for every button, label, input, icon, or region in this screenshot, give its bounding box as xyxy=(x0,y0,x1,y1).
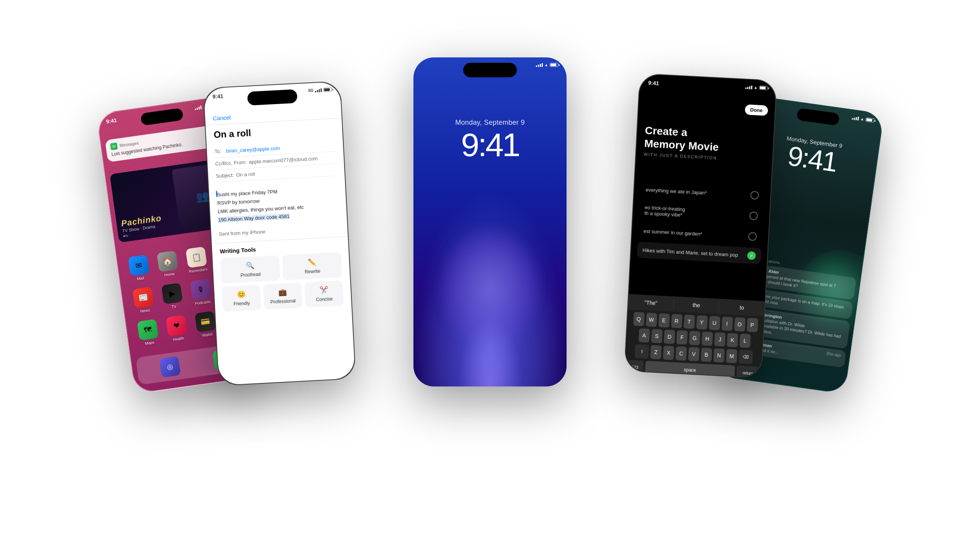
app-news[interactable]: 📰 News xyxy=(131,287,157,315)
podcasts-label: Podcasts xyxy=(194,299,211,306)
key-e[interactable]: E xyxy=(658,313,670,328)
status-time: 9:41 xyxy=(106,117,117,125)
health-icon: ❤ xyxy=(166,315,187,336)
proofread-label: Proofread xyxy=(240,272,261,278)
key-x[interactable]: X xyxy=(663,346,675,360)
tv-icon: ▶ xyxy=(161,283,183,304)
phone-4: 9:41 ▲ Done xyxy=(624,73,777,378)
app-mail[interactable]: ✉ Mail xyxy=(126,254,152,282)
key-t[interactable]: T xyxy=(683,315,695,329)
delete-key[interactable]: ⌫ xyxy=(738,350,753,364)
status-icons: ▲ xyxy=(745,85,768,90)
email-body-text: Sushi my place Friday 7PM RSVP by tomorr… xyxy=(217,184,339,225)
key-v[interactable]: V xyxy=(688,347,699,361)
email-from-value: apple.marcom077@icloud.com xyxy=(249,156,318,165)
app-home[interactable]: 🏠 Home xyxy=(155,250,181,278)
check-3[interactable] xyxy=(748,232,757,241)
memory-title-area: Create a Memory Movie WITH JUST A DESCRI… xyxy=(644,124,766,163)
notif-app-name: Messages xyxy=(119,140,139,148)
memory-prompt-4[interactable]: Hikes with Tim and Marie, set to dream p… xyxy=(637,241,761,264)
app-tv[interactable]: ▶ TV xyxy=(159,282,185,310)
key-u[interactable]: U xyxy=(709,316,720,330)
professional-button[interactable]: 💼 Professional xyxy=(263,283,302,310)
key-c[interactable]: C xyxy=(676,346,687,360)
key-m[interactable]: M xyxy=(726,349,737,363)
wallet-icon: 💳 xyxy=(194,311,216,332)
key-d[interactable]: D xyxy=(664,329,675,344)
key-i[interactable]: I xyxy=(721,316,733,331)
key-a[interactable]: A xyxy=(639,328,650,342)
return-key[interactable]: return xyxy=(736,365,760,377)
key-o[interactable]: O xyxy=(734,317,745,331)
shift-key[interactable]: ⇧ xyxy=(635,344,649,359)
email-compose-area: On a roll To: brian_carey@apple.com Cc/B… xyxy=(206,118,345,187)
key-f[interactable]: F xyxy=(676,330,688,344)
space-key[interactable]: space xyxy=(645,361,735,378)
email-body[interactable]: Sushi my place Friday 7PM RSVP by tomorr… xyxy=(209,180,347,229)
key-g[interactable]: G xyxy=(689,331,701,345)
key-q[interactable]: Q xyxy=(633,312,645,326)
friendly-label: Friendly xyxy=(234,301,250,307)
memory-prompt-2[interactable]: eo trick-or-treatingth a spooky vibe* xyxy=(639,201,764,226)
phone4-screen: 9:41 ▲ Done xyxy=(625,74,776,378)
battery-icon xyxy=(759,86,768,90)
email-subject-heading: On a roll xyxy=(214,123,335,140)
done-button[interactable]: Done xyxy=(745,104,768,116)
cancel-button[interactable]: Cancel xyxy=(213,114,231,121)
key-l[interactable]: L xyxy=(740,334,751,348)
memory-prompts: everything we ate in Japan* eo trick-or-… xyxy=(637,181,764,267)
memory-prompt-3[interactable]: est summer in our garden* xyxy=(638,223,763,245)
key-w[interactable]: W xyxy=(646,313,657,327)
battery-icon xyxy=(323,87,332,92)
network-indicator: 5G xyxy=(308,88,314,93)
key-b[interactable]: B xyxy=(701,348,712,362)
signal-icon xyxy=(315,88,322,92)
app-podcasts[interactable]: 🎙 Podcasts xyxy=(188,279,214,306)
proofread-button[interactable]: 🔍 Proofread xyxy=(220,256,280,284)
concise-button[interactable]: ✂️ Concise xyxy=(304,280,344,308)
key-k[interactable]: K xyxy=(727,333,738,347)
key-p[interactable]: P xyxy=(746,318,758,332)
app-maps[interactable]: 🗺 Maps xyxy=(135,319,161,347)
check-4[interactable]: ✓ xyxy=(747,251,756,260)
home-icon: 🏠 xyxy=(157,251,178,272)
mail-label: Mail xyxy=(137,276,144,281)
concise-icon: ✂️ xyxy=(319,286,328,295)
key-n[interactable]: N xyxy=(713,348,725,362)
key-s[interactable]: S xyxy=(651,329,663,343)
email-subject-value: On a roll xyxy=(236,171,255,178)
key-r[interactable]: R xyxy=(671,314,682,328)
concise-label: Concise xyxy=(316,296,333,302)
lock-date: Monday, September 9 xyxy=(455,119,524,127)
status-icons: 5G xyxy=(308,87,332,93)
phones-container: 9:41 ▲ ✉ Mes xyxy=(69,27,911,524)
app-reminders[interactable]: 📋 Reminders xyxy=(184,246,210,274)
signal-icon xyxy=(194,105,202,110)
reminders-label: Reminders xyxy=(189,267,207,274)
check-1[interactable] xyxy=(750,191,759,200)
rewrite-button[interactable]: ✏️ Rewrite xyxy=(282,252,342,280)
key-j[interactable]: J xyxy=(714,332,726,346)
memory-prompt-1[interactable]: everything we ate in Japan* xyxy=(640,181,765,204)
status-time: 9:41 xyxy=(212,93,224,99)
check-2[interactable] xyxy=(749,212,758,220)
suggestion-2[interactable]: the xyxy=(674,300,720,311)
writing-tools-section: Writing Tools 🔍 Proofread ✏️ Rewrite xyxy=(212,236,352,317)
reminders-icon: 📋 xyxy=(186,246,207,268)
signal-icon xyxy=(852,116,859,120)
key-z[interactable]: Z xyxy=(650,345,662,359)
status-icons: ▲ xyxy=(852,116,874,123)
notif-time-4: 35m ago xyxy=(826,351,841,357)
battery-icon xyxy=(866,117,874,123)
numbers-key[interactable]: 123 xyxy=(626,360,644,374)
dock-siri[interactable]: ◎ xyxy=(159,356,181,377)
suggestion-1[interactable]: "The" xyxy=(628,297,674,308)
friendly-button[interactable]: 😊 Friendly xyxy=(222,285,261,312)
key-y[interactable]: Y xyxy=(696,315,707,329)
key-h[interactable]: H xyxy=(702,332,713,346)
maps-label: Maps xyxy=(145,340,155,346)
suggestion-3[interactable]: to xyxy=(719,302,764,313)
dynamic-island xyxy=(247,89,298,106)
app-health[interactable]: ❤ Health xyxy=(164,315,190,342)
health-label: Health xyxy=(173,336,184,342)
